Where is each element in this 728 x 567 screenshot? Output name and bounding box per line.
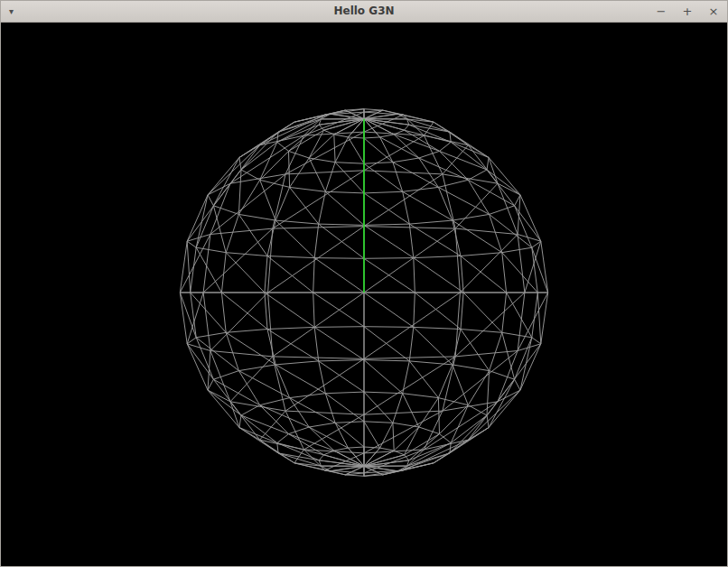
- close-icon[interactable]: ×: [707, 1, 720, 22]
- wireframe-scene: [1, 23, 727, 566]
- render-viewport[interactable]: [1, 23, 727, 566]
- window-controls: − + ×: [655, 1, 720, 22]
- titlebar[interactable]: ▾ Hello G3N − + ×: [1, 1, 727, 23]
- minimize-icon[interactable]: −: [655, 1, 667, 22]
- window-title: Hello G3N: [1, 1, 727, 22]
- app-window: ▾ Hello G3N − + ×: [0, 0, 728, 567]
- maximize-icon[interactable]: +: [681, 1, 694, 22]
